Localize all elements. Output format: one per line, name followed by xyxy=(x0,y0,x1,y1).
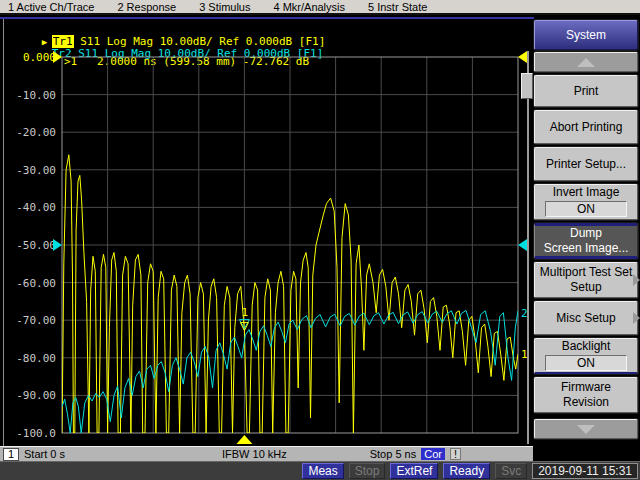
vna-instrument-screen: 1 Active Ch/Trace 2 Response 3 Stimulus … xyxy=(0,0,640,480)
menu-item-stimulus[interactable]: 3 Stimulus xyxy=(199,1,250,13)
menu-item-mkr-analysis[interactable]: 4 Mkr/Analysis xyxy=(273,1,345,13)
marker-stimulus-triangle[interactable] xyxy=(236,435,252,444)
softkey-print[interactable]: Print xyxy=(534,75,638,107)
scroll-up-icon xyxy=(577,58,595,67)
ref-level-marker-right[interactable] xyxy=(518,51,527,63)
status-meas: Meas xyxy=(302,463,343,479)
invert-image-state: ON xyxy=(545,201,627,217)
softkey-panel: System Print Abort Printing Printer Setu… xyxy=(534,20,638,439)
softkey-scroll-track[interactable] xyxy=(527,51,529,444)
softkey-abort-printing[interactable]: Abort Printing xyxy=(534,110,638,144)
softkey-invert-image[interactable]: Invert Image ON xyxy=(534,184,638,220)
alert-badge: ! xyxy=(450,448,461,460)
softkey-misc-setup[interactable]: Misc Setup xyxy=(534,301,638,335)
ref-level-marker-right[interactable] xyxy=(518,239,527,251)
menu-item-response[interactable]: 2 Response xyxy=(117,1,176,13)
softkey-printer-setup[interactable]: Printer Setup... xyxy=(534,147,638,181)
correction-badge: Cor xyxy=(421,448,445,460)
sweep-status-bar: 1 Start 0 s IFBW 10 kHz Stop 5 ns Cor ! xyxy=(0,446,533,461)
menu-item-active-ch-trace[interactable]: 1 Active Ch/Trace xyxy=(8,1,94,13)
channel-number-badge: 1 xyxy=(3,448,19,461)
menu-item-instr-state[interactable]: 5 Instr State xyxy=(368,1,427,13)
softkey-menu-title: System xyxy=(534,20,638,50)
screen-left-bezel xyxy=(3,19,4,446)
softkey-backlight[interactable]: Backlight ON xyxy=(534,338,638,374)
sweep-stop-label: Stop 5 ns xyxy=(370,448,416,460)
instrument-status-bar: Meas Stop ExtRef Ready Svc 2019-09-11 15… xyxy=(0,461,640,480)
status-stop: Stop xyxy=(349,463,386,479)
softkey-scroll-up-button[interactable] xyxy=(534,52,638,72)
screen-top-divider xyxy=(0,17,534,19)
submenu-arrow-icon xyxy=(633,312,640,324)
datetime-display: 2019-09-11 15:31 xyxy=(532,463,638,479)
status-svc: Svc xyxy=(495,463,527,479)
softkey-multiport-test-set-setup[interactable]: Multiport Test Set Setup xyxy=(534,262,638,298)
softkey-firmware-revision[interactable]: Firmware Revision xyxy=(534,377,638,413)
backlight-state: ON xyxy=(545,355,627,371)
softkey-scroll-down-button[interactable] xyxy=(534,419,638,439)
display-area: ▶Tr1 S11 Log Mag 10.00dB/ Ref 0.000dB [F… xyxy=(0,17,640,446)
ifbw-label: IFBW 10 kHz xyxy=(222,448,287,460)
ref-level-marker-left[interactable] xyxy=(53,51,62,63)
measurement-plot: 121 xyxy=(48,46,534,446)
sweep-start-label: Start 0 s xyxy=(24,448,65,460)
softkey-scroll-thumb[interactable] xyxy=(521,73,533,99)
marker-number-label: 1 xyxy=(241,306,248,319)
submenu-arrow-icon xyxy=(633,274,640,286)
status-ready: Ready xyxy=(443,463,490,479)
softkey-dump-screen-image[interactable]: Dump Screen Image... xyxy=(534,223,638,259)
scroll-down-icon xyxy=(577,425,595,434)
menu-bar: 1 Active Ch/Trace 2 Response 3 Stimulus … xyxy=(0,0,640,15)
status-extref: ExtRef xyxy=(390,463,438,479)
ref-level-marker-left[interactable] xyxy=(53,239,62,251)
